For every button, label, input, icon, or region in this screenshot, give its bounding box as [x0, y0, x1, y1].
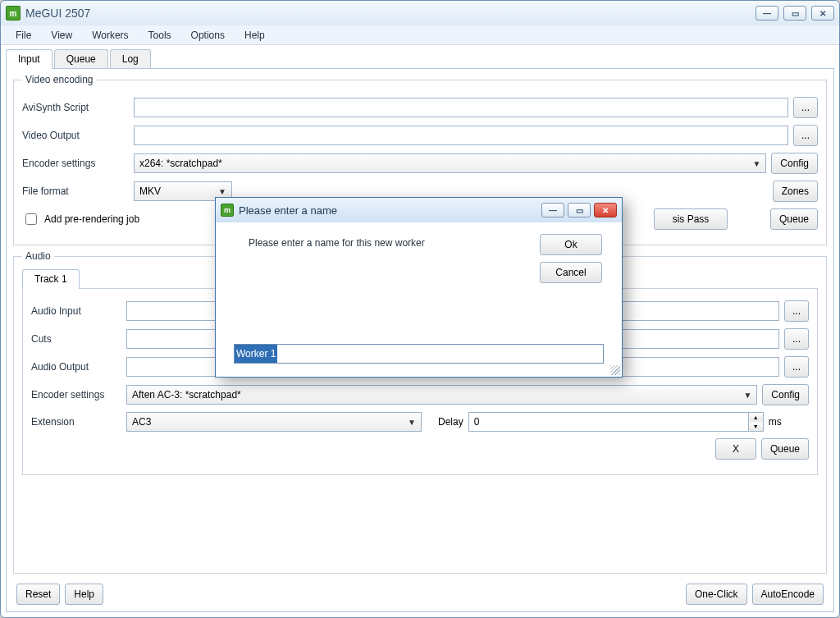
video-output-label: Video Output — [22, 130, 129, 141]
avisynth-input[interactable] — [134, 98, 788, 117]
tab-queue[interactable]: Queue — [54, 49, 108, 69]
audio-config-button[interactable]: Config — [762, 384, 809, 405]
dialog-maximize-button[interactable]: ▭ — [568, 203, 591, 217]
audio-input-label: Audio Input — [31, 305, 121, 317]
tab-track-1[interactable]: Track 1 — [22, 269, 80, 289]
app-icon: m — [221, 204, 234, 217]
close-button[interactable]: ✕ — [811, 6, 834, 21]
video-legend: Video encoding — [22, 74, 97, 85]
dialog-title: Please enter a name — [239, 204, 337, 217]
oneclick-button[interactable]: One-Click — [686, 584, 747, 605]
tab-log[interactable]: Log — [110, 49, 151, 69]
audio-legend: Audio — [22, 250, 54, 262]
titlebar: m MeGUI 2507 — ▭ ✕ — [1, 1, 839, 25]
dialog-close-button[interactable]: ✕ — [594, 203, 617, 217]
audio-encoder-label: Encoder settings — [31, 389, 121, 401]
video-queue-button[interactable]: Queue — [770, 208, 818, 230]
video-encoder-value: x264: *scratchpad* — [139, 158, 222, 169]
dialog-minimize-button[interactable]: — — [541, 203, 564, 217]
ok-button[interactable]: Ok — [540, 234, 602, 255]
app-icon: m — [6, 6, 21, 21]
maximize-button[interactable]: ▭ — [783, 6, 806, 21]
menu-workers[interactable]: Workers — [84, 27, 136, 43]
audio-output-browse-button[interactable]: ... — [784, 356, 809, 378]
audio-encoder-combo[interactable]: Aften AC-3: *scratchpad* ▼ — [126, 385, 757, 405]
extension-label: Extension — [31, 416, 121, 428]
cancel-button[interactable]: Cancel — [540, 262, 602, 283]
cuts-browse-button[interactable]: ... — [784, 328, 809, 350]
chevron-down-icon: ▼ — [218, 187, 226, 196]
menu-view[interactable]: View — [43, 27, 80, 43]
chevron-down-icon: ▼ — [408, 418, 416, 427]
window-title: MeGUI 2507 — [25, 7, 90, 20]
file-format-value: MKV — [139, 185, 161, 197]
chevron-down-icon: ▼ — [743, 391, 751, 400]
menu-tools[interactable]: Tools — [140, 27, 180, 43]
audio-input-browse-button[interactable]: ... — [784, 300, 809, 322]
ms-label: ms — [769, 416, 782, 428]
minimize-button[interactable]: — — [756, 6, 778, 21]
dialog-buttons: Ok Cancel — [540, 234, 602, 283]
worker-name-input[interactable]: Worker 1 — [235, 345, 277, 363]
tab-input[interactable]: Input — [6, 49, 52, 69]
prerender-checkbox[interactable]: Add pre-rendering job — [22, 211, 139, 227]
audio-output-label: Audio Output — [31, 361, 121, 373]
resize-grip-icon[interactable] — [610, 365, 620, 375]
avisynth-browse-button[interactable]: ... — [793, 97, 818, 118]
video-output-browse-button[interactable]: ... — [793, 125, 818, 146]
dialog-window-controls: — ▭ ✕ — [541, 203, 617, 217]
worker-name-input-wrap[interactable]: Worker 1 — [234, 344, 604, 364]
reset-button[interactable]: Reset — [16, 584, 60, 605]
menubar: File View Workers Tools Options Help — [1, 25, 839, 45]
analysis-pass-button[interactable]: sis Pass — [654, 208, 728, 230]
help-button[interactable]: Help — [65, 584, 103, 605]
dialog-titlebar: m Please enter a name — ▭ ✕ — [216, 198, 622, 222]
menu-options[interactable]: Options — [183, 27, 233, 43]
menu-help[interactable]: Help — [236, 27, 273, 43]
prerender-label: Add pre-rendering job — [44, 213, 139, 225]
main-tabs: Input Queue Log — [6, 48, 834, 68]
extension-value: AC3 — [132, 416, 151, 428]
menu-file[interactable]: File — [7, 27, 39, 43]
video-config-button[interactable]: Config — [771, 153, 818, 174]
video-encoder-label: Encoder settings — [22, 158, 129, 169]
audio-x-button[interactable]: X — [715, 438, 756, 460]
extension-combo[interactable]: AC3 ▼ — [126, 412, 422, 432]
audio-encoder-value: Aften AC-3: *scratchpad* — [132, 389, 241, 401]
delay-input[interactable] — [469, 413, 748, 431]
audio-queue-button[interactable]: Queue — [761, 438, 809, 460]
window-controls: — ▭ ✕ — [756, 6, 834, 21]
avisynth-label: AviSynth Script — [22, 102, 129, 113]
delay-spinner[interactable]: ▲ ▼ — [468, 412, 764, 432]
zones-button[interactable]: Zones — [773, 181, 818, 202]
video-encoder-combo[interactable]: x264: *scratchpad* ▼ — [134, 153, 766, 173]
prerender-check-input[interactable] — [25, 213, 37, 225]
delay-label: Delay — [438, 416, 463, 428]
name-dialog: m Please enter a name — ▭ ✕ Please enter… — [215, 197, 623, 378]
spinner-down-icon[interactable]: ▼ — [749, 422, 763, 431]
dialog-body: Please enter a name for this new worker … — [216, 222, 622, 377]
video-output-input[interactable] — [134, 126, 788, 145]
file-format-label: File format — [22, 185, 129, 197]
autoencode-button[interactable]: AutoEncode — [752, 584, 824, 605]
chevron-down-icon: ▼ — [752, 159, 760, 168]
spinner-up-icon[interactable]: ▲ — [749, 413, 763, 422]
bottom-bar: Reset Help One-Click AutoEncode — [13, 579, 827, 607]
cuts-label: Cuts — [31, 333, 121, 345]
